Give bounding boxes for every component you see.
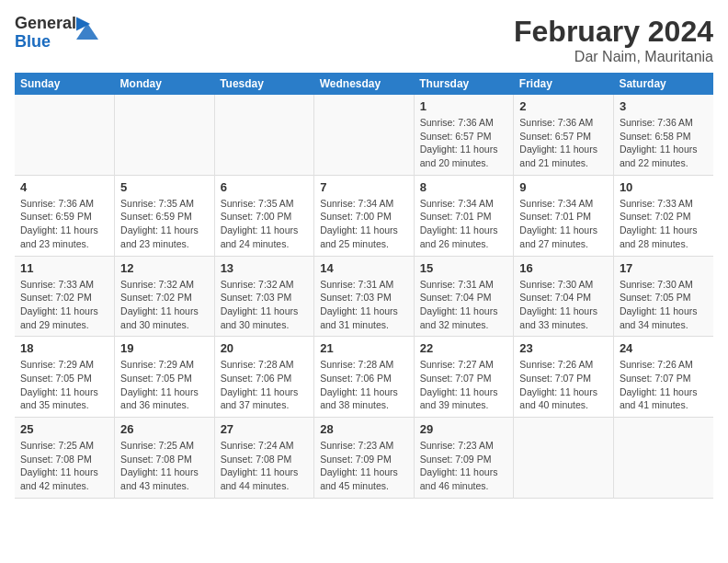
day-number: 28 [320, 422, 408, 436]
calendar-cell: 1Sunrise: 7:36 AMSunset: 6:57 PMDaylight… [414, 95, 514, 175]
calendar-body: 1Sunrise: 7:36 AMSunset: 6:57 PMDaylight… [15, 95, 713, 498]
header-cell-monday: Monday [115, 73, 215, 95]
calendar-cell: 9Sunrise: 7:34 AMSunset: 7:01 PMDaylight… [514, 175, 614, 256]
day-info: Sunrise: 7:36 AMSunset: 6:57 PMDaylight:… [420, 116, 508, 170]
header-cell-thursday: Thursday [414, 73, 514, 95]
calendar-cell: 28Sunrise: 7:23 AMSunset: 7:09 PMDayligh… [314, 418, 415, 499]
calendar-cell [314, 95, 415, 175]
calendar-cell: 6Sunrise: 7:35 AMSunset: 7:00 PMDaylight… [214, 175, 314, 256]
header-cell-tuesday: Tuesday [214, 73, 314, 95]
page-header: General▶ Blue February 2024 Dar Naim, Ma… [15, 15, 713, 65]
day-number: 22 [420, 341, 508, 355]
calendar-cell: 3Sunrise: 7:36 AMSunset: 6:58 PMDaylight… [613, 95, 713, 175]
calendar-cell: 29Sunrise: 7:23 AMSunset: 7:09 PMDayligh… [414, 418, 514, 499]
day-info: Sunrise: 7:30 AMSunset: 7:05 PMDaylight:… [620, 278, 708, 332]
day-number: 8 [420, 180, 508, 194]
day-number: 23 [519, 341, 608, 355]
day-number: 29 [420, 422, 508, 436]
header-row: SundayMondayTuesdayWednesdayThursdayFrid… [15, 73, 713, 95]
day-info: Sunrise: 7:35 AMSunset: 6:59 PMDaylight:… [120, 197, 209, 251]
day-number: 25 [20, 422, 108, 436]
day-info: Sunrise: 7:33 AMSunset: 7:02 PMDaylight:… [20, 278, 108, 332]
calendar-cell: 4Sunrise: 7:36 AMSunset: 6:59 PMDaylight… [15, 175, 115, 256]
day-info: Sunrise: 7:35 AMSunset: 7:00 PMDaylight:… [221, 197, 309, 251]
day-number: 17 [620, 261, 708, 275]
day-number: 18 [20, 341, 108, 355]
calendar-week-4: 18Sunrise: 7:29 AMSunset: 7:05 PMDayligh… [15, 337, 713, 418]
day-number: 1 [420, 99, 508, 113]
calendar-cell [514, 418, 614, 499]
header-cell-saturday: Saturday [613, 73, 713, 95]
calendar-cell: 12Sunrise: 7:32 AMSunset: 7:02 PMDayligh… [115, 256, 215, 337]
calendar-week-3: 11Sunrise: 7:33 AMSunset: 7:02 PMDayligh… [15, 256, 713, 337]
day-info: Sunrise: 7:34 AMSunset: 7:01 PMDaylight:… [420, 197, 508, 251]
calendar-cell: 19Sunrise: 7:29 AMSunset: 7:05 PMDayligh… [115, 337, 215, 418]
calendar-cell: 20Sunrise: 7:28 AMSunset: 7:06 PMDayligh… [214, 337, 314, 418]
day-info: Sunrise: 7:34 AMSunset: 7:01 PMDaylight:… [519, 197, 608, 251]
day-info: Sunrise: 7:29 AMSunset: 7:05 PMDaylight:… [120, 358, 209, 412]
svg-marker-0 [76, 23, 98, 40]
calendar-cell: 10Sunrise: 7:33 AMSunset: 7:02 PMDayligh… [613, 175, 713, 256]
calendar-week-2: 4Sunrise: 7:36 AMSunset: 6:59 PMDaylight… [15, 175, 713, 256]
day-number: 6 [221, 180, 309, 194]
calendar-cell: 11Sunrise: 7:33 AMSunset: 7:02 PMDayligh… [15, 256, 115, 337]
calendar-cell: 16Sunrise: 7:30 AMSunset: 7:04 PMDayligh… [514, 256, 614, 337]
calendar-cell: 24Sunrise: 7:26 AMSunset: 7:07 PMDayligh… [613, 337, 713, 418]
day-info: Sunrise: 7:23 AMSunset: 7:09 PMDaylight:… [420, 439, 508, 493]
calendar-cell: 15Sunrise: 7:31 AMSunset: 7:04 PMDayligh… [414, 256, 514, 337]
calendar-cell [15, 95, 115, 175]
logo-icon [74, 21, 100, 41]
calendar-header: SundayMondayTuesdayWednesdayThursdayFrid… [15, 73, 713, 95]
day-info: Sunrise: 7:36 AMSunset: 6:59 PMDaylight:… [20, 197, 108, 251]
page-title: February 2024 [514, 15, 713, 49]
day-number: 24 [620, 341, 708, 355]
day-info: Sunrise: 7:31 AMSunset: 7:04 PMDaylight:… [420, 278, 508, 332]
day-info: Sunrise: 7:30 AMSunset: 7:04 PMDaylight:… [519, 278, 608, 332]
calendar-cell: 7Sunrise: 7:34 AMSunset: 7:00 PMDaylight… [314, 175, 415, 256]
day-number: 3 [620, 99, 708, 113]
calendar-table: SundayMondayTuesdayWednesdayThursdayFrid… [15, 73, 713, 499]
title-block: February 2024 Dar Naim, Mauritania [514, 15, 713, 65]
calendar-cell: 2Sunrise: 7:36 AMSunset: 6:57 PMDaylight… [514, 95, 614, 175]
day-info: Sunrise: 7:32 AMSunset: 7:03 PMDaylight:… [221, 278, 309, 332]
day-number: 12 [120, 261, 209, 275]
day-info: Sunrise: 7:28 AMSunset: 7:06 PMDaylight:… [221, 358, 309, 412]
calendar-cell: 27Sunrise: 7:24 AMSunset: 7:08 PMDayligh… [214, 418, 314, 499]
day-number: 20 [221, 341, 309, 355]
calendar-cell: 25Sunrise: 7:25 AMSunset: 7:08 PMDayligh… [15, 418, 115, 499]
day-number: 7 [320, 180, 408, 194]
day-info: Sunrise: 7:29 AMSunset: 7:05 PMDaylight:… [20, 358, 108, 412]
day-info: Sunrise: 7:26 AMSunset: 7:07 PMDaylight:… [519, 358, 608, 412]
calendar-cell: 26Sunrise: 7:25 AMSunset: 7:08 PMDayligh… [115, 418, 215, 499]
calendar-cell [214, 95, 314, 175]
header-cell-friday: Friday [514, 73, 614, 95]
day-info: Sunrise: 7:36 AMSunset: 6:58 PMDaylight:… [620, 116, 708, 170]
day-number: 4 [20, 180, 108, 194]
day-number: 11 [20, 261, 108, 275]
day-number: 13 [221, 261, 309, 275]
calendar-cell: 17Sunrise: 7:30 AMSunset: 7:05 PMDayligh… [613, 256, 713, 337]
day-number: 16 [519, 261, 608, 275]
day-number: 19 [120, 341, 209, 355]
day-info: Sunrise: 7:26 AMSunset: 7:07 PMDaylight:… [620, 358, 708, 412]
day-number: 14 [320, 261, 408, 275]
calendar-cell: 13Sunrise: 7:32 AMSunset: 7:03 PMDayligh… [214, 256, 314, 337]
calendar-cell: 8Sunrise: 7:34 AMSunset: 7:01 PMDaylight… [414, 175, 514, 256]
day-info: Sunrise: 7:28 AMSunset: 7:06 PMDaylight:… [320, 358, 408, 412]
day-number: 27 [221, 422, 309, 436]
page-subtitle: Dar Naim, Mauritania [514, 49, 713, 65]
calendar-cell [115, 95, 215, 175]
header-cell-wednesday: Wednesday [314, 73, 415, 95]
day-number: 10 [620, 180, 708, 194]
day-number: 2 [519, 99, 608, 113]
day-info: Sunrise: 7:36 AMSunset: 6:57 PMDaylight:… [519, 116, 608, 170]
day-info: Sunrise: 7:24 AMSunset: 7:08 PMDaylight:… [221, 439, 309, 493]
day-number: 26 [120, 422, 209, 436]
day-number: 9 [519, 180, 608, 194]
day-number: 5 [120, 180, 209, 194]
header-cell-sunday: Sunday [15, 73, 115, 95]
calendar-week-1: 1Sunrise: 7:36 AMSunset: 6:57 PMDaylight… [15, 95, 713, 175]
day-number: 21 [320, 341, 408, 355]
day-info: Sunrise: 7:32 AMSunset: 7:02 PMDaylight:… [120, 278, 209, 332]
day-info: Sunrise: 7:31 AMSunset: 7:03 PMDaylight:… [320, 278, 408, 332]
